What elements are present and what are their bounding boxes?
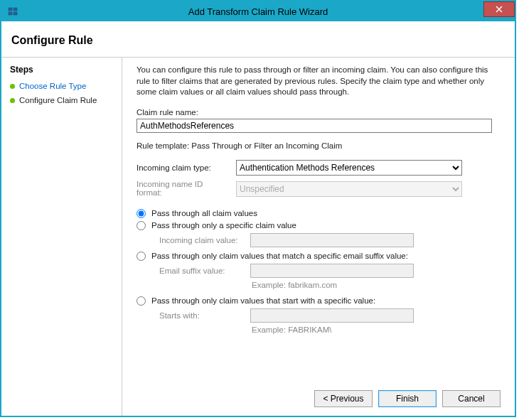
radio-pass-starts-label: Pass through only claim values that star… xyxy=(151,296,375,305)
radio-pass-specific-label: Pass through only a specific claim value xyxy=(151,221,296,230)
incoming-claim-type-label: Incoming claim type: xyxy=(137,163,229,172)
svg-rect-3 xyxy=(14,12,17,15)
radio-pass-all[interactable]: Pass through all claim values xyxy=(137,209,501,218)
radio-pass-starts-input[interactable] xyxy=(137,296,146,306)
app-icon xyxy=(7,6,18,17)
radio-pass-all-label: Pass through all claim values xyxy=(151,209,257,217)
footer-buttons: < Previous Finish Cancel xyxy=(137,384,501,407)
cancel-button[interactable]: Cancel xyxy=(442,390,501,407)
radio-pass-all-input[interactable] xyxy=(137,209,146,218)
wizard-window: Add Transform Claim Rule Wizard Configur… xyxy=(0,0,516,417)
email-suffix-hint: Example: fabrikam.com xyxy=(252,281,501,289)
incoming-name-id-select: Unspecified xyxy=(236,181,462,197)
svg-rect-1 xyxy=(14,8,17,11)
radio-pass-starts[interactable]: Pass through only claim values that star… xyxy=(137,296,501,306)
radio-pass-specific[interactable]: Pass through only a specific claim value xyxy=(137,221,501,230)
svg-rect-2 xyxy=(9,12,12,15)
email-suffix-label: Email suffix value: xyxy=(159,266,245,275)
starts-with-hint: Example: FABRIKAM\ xyxy=(252,325,501,334)
previous-button[interactable]: < Previous xyxy=(314,390,373,407)
radio-pass-email[interactable]: Pass through only claim values that matc… xyxy=(137,252,501,261)
header: Configure Rule xyxy=(1,21,515,58)
radio-pass-specific-input[interactable] xyxy=(137,221,146,230)
main-panel: You can configure this rule to pass thro… xyxy=(122,58,515,416)
radio-group: Pass through all claim values Pass throu… xyxy=(137,209,501,341)
incoming-claim-value-label: Incoming claim value: xyxy=(159,236,245,244)
titlebar: Add Transform Claim Rule Wizard xyxy=(1,1,515,21)
bullet-icon xyxy=(10,98,15,103)
rule-template-text: Rule template: Pass Through or Filter an… xyxy=(137,141,501,150)
email-suffix-input xyxy=(250,264,414,278)
svg-rect-0 xyxy=(9,8,12,11)
starts-with-label: Starts with: xyxy=(159,311,245,320)
claim-rule-name-input[interactable] xyxy=(137,119,492,133)
close-icon xyxy=(496,6,503,13)
close-button[interactable] xyxy=(483,1,515,17)
incoming-claim-type-select[interactable]: Authentication Methods References xyxy=(236,160,462,176)
window-title: Add Transform Claim Rule Wizard xyxy=(1,6,515,17)
page-title: Configure Rule xyxy=(11,34,505,47)
radio-pass-email-input[interactable] xyxy=(137,252,146,261)
sidebar: Steps Choose Rule Type Configure Claim R… xyxy=(1,58,122,416)
step-configure-claim-rule[interactable]: Configure Claim Rule xyxy=(10,96,113,104)
step-label: Choose Rule Type xyxy=(19,82,86,90)
claim-rule-name-label: Claim rule name: xyxy=(137,108,501,117)
incoming-claim-value-input xyxy=(250,233,414,247)
bullet-icon xyxy=(10,84,15,89)
starts-with-input xyxy=(250,308,414,323)
finish-button[interactable]: Finish xyxy=(378,390,437,407)
step-choose-rule-type[interactable]: Choose Rule Type xyxy=(10,82,113,90)
step-label: Configure Claim Rule xyxy=(19,96,97,104)
description-text: You can configure this rule to pass thro… xyxy=(137,65,501,98)
radio-pass-email-label: Pass through only claim values that matc… xyxy=(151,252,408,260)
incoming-name-id-label: Incoming name ID format: xyxy=(137,180,229,197)
sidebar-title: Steps xyxy=(10,65,113,75)
body: Steps Choose Rule Type Configure Claim R… xyxy=(1,58,515,416)
